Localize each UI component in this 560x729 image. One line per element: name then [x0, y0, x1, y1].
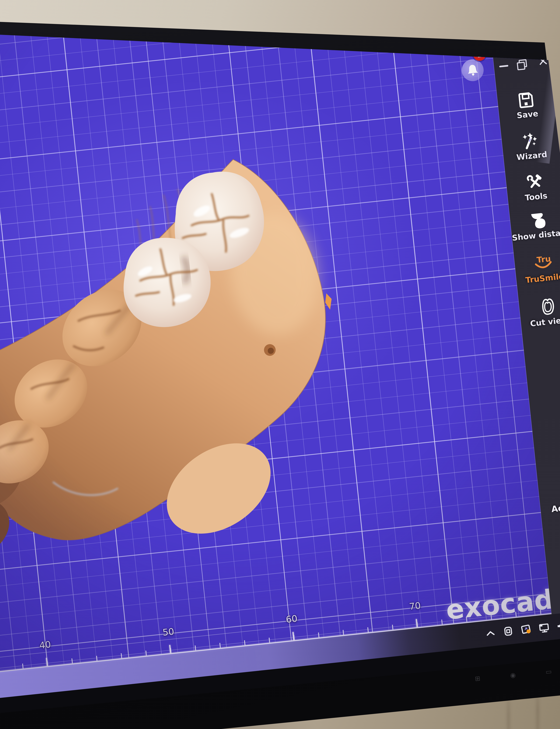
- screen-content: 1 exocad 40 50 60 70: [0, 0, 560, 729]
- sidebar-item-wizard[interactable]: Wizard: [501, 130, 560, 163]
- cutoff-right-edge-label[interactable]: Ac: [551, 503, 560, 514]
- chevron-up-icon[interactable]: [483, 626, 498, 640]
- bell-icon: [465, 62, 481, 78]
- tooth-outline-icon: [538, 297, 558, 317]
- sidebar-item-trusmile[interactable]: Tru TruSmile: [514, 252, 560, 286]
- floppy-disk-icon: [517, 91, 535, 110]
- sidebar-item-show-distances[interactable]: Show distances: [510, 208, 560, 243]
- ruler-label: 50: [159, 626, 178, 638]
- monitor-screen: 1 exocad 40 50 60 70: [0, 0, 560, 729]
- photo-of-monitor: 1 exocad 40 50 60 70: [0, 0, 560, 729]
- sidebar-item-cut-view[interactable]: Cut view: [519, 295, 560, 329]
- minimize-button[interactable]: [499, 65, 508, 67]
- hammer-wrench-icon: [525, 172, 544, 192]
- ruler-label: 60: [282, 613, 301, 625]
- sidebar-item-save[interactable]: Save: [497, 89, 556, 122]
- sidebar-item-label: Show distances: [512, 228, 560, 243]
- overlapping-teeth-icon: [529, 210, 548, 230]
- sidebar-item-label: Save: [499, 107, 556, 122]
- tray-app-icon[interactable]: [501, 624, 516, 639]
- 3d-viewport-grid[interactable]: 1 exocad 40 50 60 70: [0, 0, 560, 674]
- magic-wand-sparkles-icon: [521, 132, 540, 151]
- restore-icon: [517, 62, 525, 70]
- trusmile-smile-icon: Tru: [533, 254, 554, 273]
- speaker-icon[interactable]: [555, 618, 560, 633]
- notification-bell-button[interactable]: [461, 58, 485, 82]
- sidebar-item-label: TruSmile: [516, 271, 560, 286]
- screen-share-orange-dot-icon[interactable]: [519, 622, 534, 637]
- sidebar-item-label: Wizard: [503, 148, 560, 163]
- display-icon[interactable]: [537, 620, 552, 635]
- restore-window-button[interactable]: [517, 59, 527, 69]
- sidebar-item-tools[interactable]: Tools: [506, 170, 560, 204]
- sidebar-item-label: Tools: [507, 189, 560, 204]
- ruler-label: 70: [406, 600, 424, 612]
- dental-scan-3d-model[interactable]: [0, 130, 360, 570]
- ruler-label: 40: [36, 639, 54, 651]
